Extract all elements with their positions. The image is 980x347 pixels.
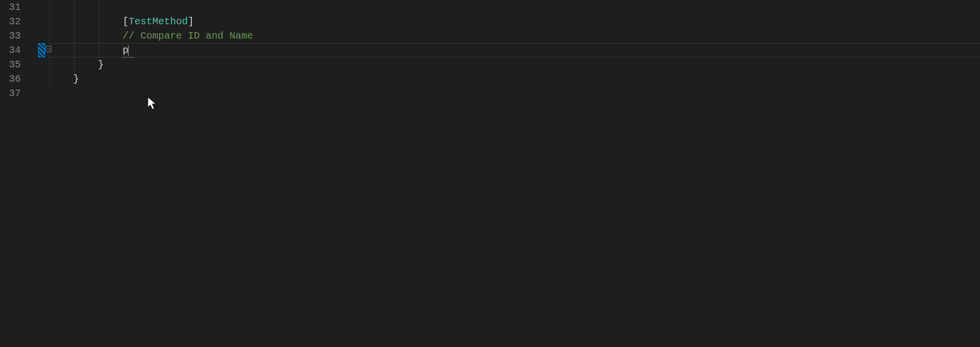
code-line[interactable]: p	[48, 43, 980, 57]
brace-close: }	[73, 73, 79, 85]
bracket-close: ]	[188, 16, 194, 27]
brace-close: }	[98, 59, 104, 70]
line-number: 36	[0, 72, 21, 86]
line-number: 35	[0, 57, 21, 72]
line-number: 33	[0, 29, 21, 43]
code-line[interactable]: }	[48, 57, 980, 72]
code-area[interactable]: [TestMethod] // Compare ID and Name p } …	[48, 0, 980, 347]
line-number: 32	[0, 14, 21, 29]
line-number: 37	[0, 86, 21, 100]
line-number: 31	[0, 0, 21, 14]
comment-text: // Compare ID and Name	[123, 30, 253, 42]
code-line[interactable]: [TestMethod]	[48, 14, 980, 29]
code-editor[interactable]: 31323334353637 [TestMethod] // Compare I…	[0, 0, 980, 347]
code-line[interactable]	[48, 0, 980, 14]
text-caret	[128, 45, 129, 56]
line-number: 34	[0, 43, 21, 57]
code-lines[interactable]: [TestMethod] // Compare ID and Name p } …	[48, 0, 980, 100]
code-line[interactable]: }	[48, 72, 980, 86]
bracket-open: [	[123, 16, 129, 27]
change-marker	[38, 43, 45, 57]
editor-margin	[29, 0, 48, 347]
attribute-name: TestMethod	[129, 16, 188, 27]
code-line[interactable]	[48, 86, 980, 100]
line-number-gutter: 31323334353637	[0, 0, 29, 347]
code-line[interactable]: // Compare ID and Name	[48, 29, 980, 43]
